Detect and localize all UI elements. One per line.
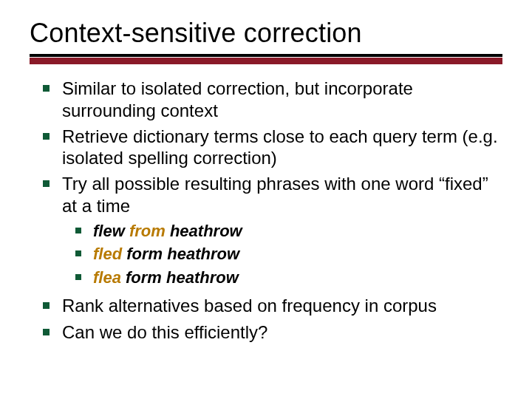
slide: Context-sensitive correction Similar to … — [0, 0, 532, 399]
bullet-text: Rank alternatives based on frequency in … — [62, 296, 437, 316]
list-item: Try all possible resulting phrases with … — [30, 173, 502, 216]
slide-title: Context-sensitive correction — [30, 18, 502, 48]
bullet-text: Can we do this efficiently? — [62, 322, 267, 342]
bullet-list: Similar to isolated correction, but inco… — [30, 78, 502, 216]
list-item: fled form heathrow — [30, 244, 502, 265]
example-list: flew from heathrow fled form heathrow fl… — [30, 221, 502, 288]
example-post: form heathrow — [121, 268, 239, 287]
example-post: form heathrow — [122, 245, 239, 263]
example-highlight: fled — [93, 245, 122, 263]
bullet-text: Similar to isolated correction, but inco… — [62, 78, 413, 120]
list-item: Retrieve dictionary terms close to each … — [30, 126, 502, 169]
divider-maroon-bar — [30, 58, 502, 64]
list-item: Rank alternatives based on frequency in … — [30, 295, 502, 316]
list-item: Can we do this efficiently? — [30, 321, 502, 343]
list-item: Similar to isolated correction, but inco… — [30, 78, 502, 121]
title-divider — [30, 54, 502, 64]
list-item: flea form heathrow — [30, 267, 502, 288]
example-highlight: from — [129, 222, 166, 240]
list-item: flew from heathrow — [30, 221, 502, 242]
bullet-text: Try all possible resulting phrases with … — [62, 174, 488, 215]
bullet-list-continued: Rank alternatives based on frequency in … — [30, 295, 502, 343]
divider-black-bar — [30, 54, 502, 57]
example-post: heathrow — [166, 222, 242, 240]
example-pre: flew — [93, 222, 129, 240]
slide-content: Similar to isolated correction, but inco… — [30, 78, 502, 343]
bullet-text: Retrieve dictionary terms close to each … — [62, 126, 498, 168]
example-highlight: flea — [93, 268, 121, 287]
